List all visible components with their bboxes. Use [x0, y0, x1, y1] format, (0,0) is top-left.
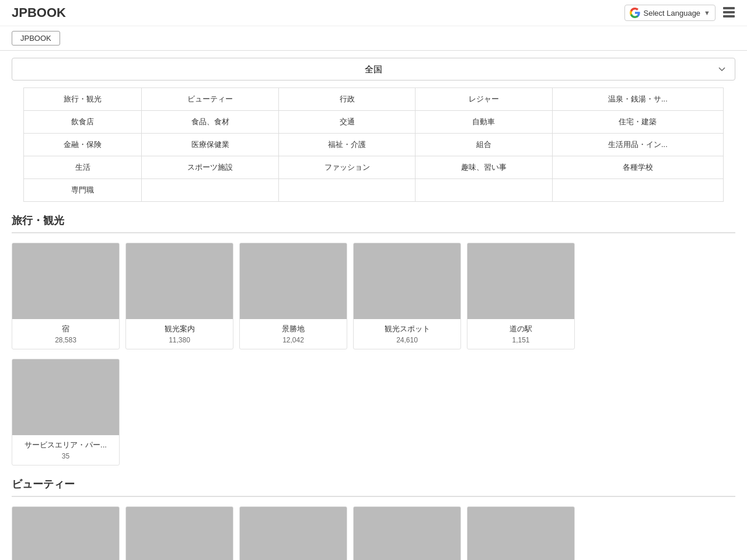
- card-keisho-img-3: [240, 281, 294, 319]
- category-fashion[interactable]: ファッション: [278, 156, 415, 179]
- category-empty-3: [416, 179, 552, 202]
- card-kanko-img-3: [126, 281, 180, 319]
- breadcrumb-bar: JPBOOK: [0, 26, 747, 51]
- card-beauty-1-img-1: [12, 507, 67, 545]
- card-beauty-2-img-4: [180, 545, 234, 560]
- card-keisho-name: 景勝地: [245, 324, 342, 334]
- card-kanko-img-1: [126, 243, 180, 281]
- category-row-5: 専門職: [24, 179, 724, 202]
- region-selector: 全国 北海道 東北 関東 中部 近畿 中国 四国 九州・沖縄: [12, 58, 735, 80]
- card-beauty-1-images: [12, 507, 120, 560]
- card-beauty-2[interactable]: [125, 506, 233, 560]
- breadcrumb-home-tab[interactable]: JPBOOK: [12, 31, 60, 46]
- card-inn-name: 宿: [17, 324, 114, 334]
- category-empty-1: [142, 179, 278, 202]
- card-michi-img-1: [467, 243, 522, 281]
- card-spot-img-3: [354, 281, 408, 319]
- category-professional[interactable]: 専門職: [24, 179, 142, 202]
- card-kanko-images: [126, 243, 233, 319]
- category-life[interactable]: 生活: [24, 156, 142, 179]
- category-daily[interactable]: 生活用品・イン...: [552, 134, 723, 156]
- category-leisure[interactable]: レジャー: [416, 88, 552, 111]
- category-finance[interactable]: 金融・保険: [24, 134, 142, 156]
- google-translate-widget[interactable]: Select Language ▼: [624, 5, 715, 21]
- category-empty-2: [278, 179, 415, 202]
- category-welfare[interactable]: 福祉・介護: [278, 134, 415, 156]
- translate-label: Select Language: [644, 9, 701, 18]
- category-row-2: 飲食店 食品、食材 交通 自動車 住宅・建築: [24, 111, 724, 134]
- card-service[interactable]: サービスエリア・パー... 35: [12, 359, 120, 466]
- category-grid: 旅行・観光 ビューティー 行政 レジャー 温泉・銭湯・サ... 飲食店 食品、食…: [23, 88, 724, 202]
- card-inn-img-1: [12, 243, 67, 281]
- category-school[interactable]: 各種学校: [552, 156, 723, 179]
- card-inn-info: 宿 28,583: [12, 319, 119, 349]
- card-beauty-2-img-2: [180, 507, 234, 545]
- beauty-section: ビューティー: [12, 477, 735, 560]
- category-medical[interactable]: 医療保健業: [142, 134, 278, 156]
- category-ingredients[interactable]: 食品、食材: [142, 111, 278, 134]
- card-beauty-4-images: [354, 507, 461, 560]
- card-keisho-images: [240, 243, 347, 319]
- card-michi[interactable]: 道の駅 1,151: [467, 243, 575, 349]
- card-service-img-4: [67, 397, 120, 435]
- card-michi-images: [467, 243, 575, 319]
- card-beauty-4-img-2: [408, 507, 462, 545]
- card-beauty-4[interactable]: [353, 506, 461, 560]
- card-beauty-3-img-3: [240, 545, 294, 560]
- card-inn[interactable]: 宿 28,583: [12, 243, 120, 349]
- card-beauty-2-img-3: [126, 545, 180, 560]
- translate-arrow-icon: ▼: [704, 9, 710, 16]
- category-housing[interactable]: 住宅・建築: [552, 111, 723, 134]
- card-keisho[interactable]: 景勝地 12,042: [239, 243, 347, 349]
- card-spot-img-4: [408, 281, 462, 319]
- category-transport[interactable]: 交通: [278, 111, 415, 134]
- category-row-1: 旅行・観光 ビューティー 行政 レジャー 温泉・銭湯・サ...: [24, 88, 724, 111]
- card-spot-img-1: [354, 243, 408, 281]
- card-keisho-count: 12,042: [245, 336, 342, 344]
- category-union[interactable]: 組合: [416, 134, 552, 156]
- card-beauty-3[interactable]: [239, 506, 347, 560]
- card-keisho-img-2: [294, 243, 348, 281]
- category-administration[interactable]: 行政: [278, 88, 415, 111]
- card-michi-info: 道の駅 1,151: [467, 319, 574, 349]
- card-beauty-3-img-1: [240, 507, 294, 545]
- region-select[interactable]: 全国 北海道 東北 関東 中部 近畿 中国 四国 九州・沖縄: [12, 58, 735, 80]
- card-michi-count: 1,151: [472, 336, 570, 344]
- card-michi-img-3: [467, 281, 522, 319]
- card-kanko-name: 観光案内: [131, 324, 228, 334]
- card-service-name: サービスエリア・パー...: [17, 440, 114, 450]
- card-beauty-1-img-4: [67, 545, 120, 560]
- category-empty-4: [552, 179, 723, 202]
- card-beauty-5[interactable]: [467, 506, 575, 560]
- card-beauty-3-images: [240, 507, 347, 560]
- card-inn-img-3: [12, 281, 67, 319]
- category-car[interactable]: 自動車: [416, 111, 552, 134]
- card-spot-name: 観光スポット: [358, 324, 456, 334]
- header-right: Select Language ▼: [624, 5, 735, 21]
- card-spot[interactable]: 観光スポット 24,610: [353, 243, 461, 349]
- card-michi-img-4: [522, 281, 575, 319]
- card-spot-images: [354, 243, 461, 319]
- card-inn-count: 28,583: [17, 336, 114, 344]
- travel-section: 旅行・観光 宿 28,583 観光案内: [12, 214, 735, 466]
- category-hobby[interactable]: 趣味、習い事: [416, 156, 552, 179]
- travel-card-grid: 宿 28,583 観光案内 11,380: [12, 243, 735, 349]
- card-beauty-3-img-2: [294, 507, 348, 545]
- category-travel[interactable]: 旅行・観光: [24, 88, 142, 111]
- card-kanko-img-4: [180, 281, 234, 319]
- list-view-icon[interactable]: [722, 6, 735, 20]
- category-sports[interactable]: スポーツ施設: [142, 156, 278, 179]
- card-beauty-5-images: [467, 507, 575, 560]
- category-food[interactable]: 飲食店: [24, 111, 142, 134]
- card-beauty-1[interactable]: [12, 506, 120, 560]
- card-beauty-1-img-2: [67, 507, 120, 545]
- card-beauty-4-img-4: [408, 545, 462, 560]
- category-onsen[interactable]: 温泉・銭湯・サ...: [552, 88, 723, 111]
- card-kanko[interactable]: 観光案内 11,380: [125, 243, 233, 349]
- svg-rect-2: [723, 15, 735, 18]
- card-service-img-1: [12, 359, 67, 397]
- card-beauty-3-img-4: [294, 545, 348, 560]
- category-beauty[interactable]: ビューティー: [142, 88, 278, 111]
- site-logo[interactable]: JPBOOK: [12, 5, 66, 20]
- category-row-4: 生活 スポーツ施設 ファッション 趣味、習い事 各種学校: [24, 156, 724, 179]
